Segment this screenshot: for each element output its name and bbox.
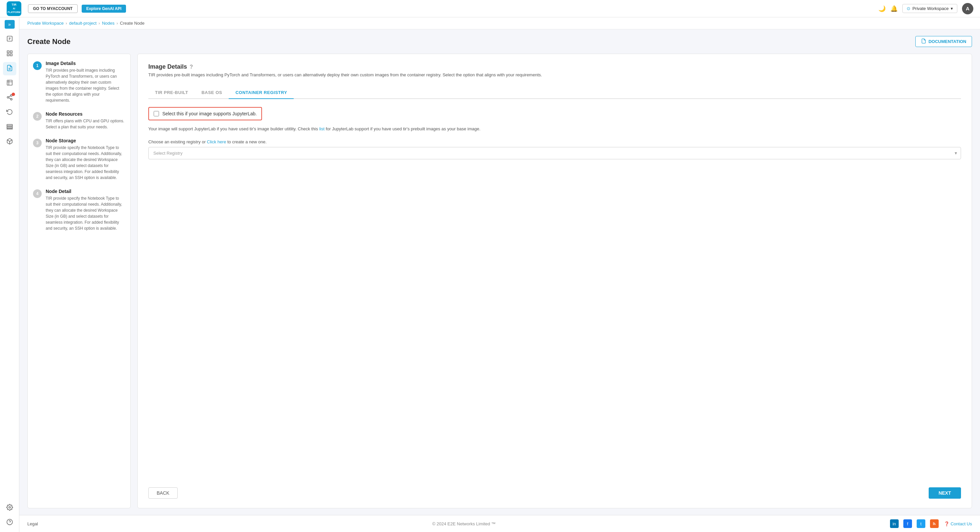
sidebar-item-refresh[interactable] (3, 106, 16, 119)
settings-icon (6, 504, 13, 512)
form-panel: Image Details ? TIR provides pre-built i… (137, 54, 972, 508)
facebook-icon[interactable]: f (903, 519, 912, 528)
jupyterlab-checkbox[interactable] (154, 111, 159, 116)
workspace-selector[interactable]: ⊙ Private Workspace ▾ (902, 4, 957, 13)
steps-panel: 1 Image Details TIR provides pre-built i… (27, 54, 130, 508)
breadcrumb-sep-3: › (117, 21, 118, 25)
sidebar-toggle[interactable]: » (5, 20, 15, 29)
genai-button[interactable]: Explore GenAI API (82, 5, 126, 13)
legal-link[interactable]: Legal (27, 521, 38, 526)
grid-icon (6, 50, 13, 58)
file-icon (6, 35, 13, 44)
notification-badge (12, 93, 15, 96)
documentation-button[interactable]: DOCUMENTATION (915, 36, 972, 47)
user-avatar[interactable]: A (962, 3, 973, 14)
top-navigation: TIRAI PLATFORM GO TO MYACCOUNT Explore G… (0, 0, 980, 18)
storage-icon (6, 123, 13, 132)
step-3: 3 Node Storage TIR provide specify the N… (33, 138, 125, 181)
step-4: 4 Node Detail TIR provide specify the No… (33, 189, 125, 231)
svg-line-11 (9, 98, 11, 99)
chevron-left-icon: » (8, 22, 11, 27)
jupyterlab-checkbox-row: Select this if your image supports Jupyt… (148, 107, 262, 120)
myaccount-button[interactable]: GO TO MYACCOUNT (28, 4, 78, 13)
registry-prompt: Choose an existing registry or Click her… (148, 139, 961, 144)
svg-rect-14 (7, 126, 12, 127)
sidebar-item-files[interactable] (3, 33, 16, 46)
step-1-content: Image Details TIR provides pre-built ima… (46, 61, 125, 104)
question-icon: ❓ (944, 521, 949, 526)
jupyterlab-checkbox-label: Select this if your image supports Jupyt… (162, 111, 257, 116)
sidebar-item-settings[interactable] (3, 501, 16, 514)
step-2-title: Node Resources (46, 111, 125, 117)
step-2-desc: TIR offers plans with CPU and GPU option… (46, 118, 125, 130)
page-title: Create Node (27, 37, 71, 46)
breadcrumb-current: Create Node (120, 21, 145, 25)
logo: TIRAI PLATFORM (7, 2, 21, 16)
svg-rect-3 (7, 54, 9, 56)
sidebar-item-nodes[interactable] (3, 62, 16, 75)
nodes-icon (6, 65, 13, 73)
svg-rect-1 (7, 51, 9, 53)
sidebar-item-table[interactable] (3, 76, 16, 90)
svg-point-10 (10, 98, 12, 100)
registry-select-wrapper: Select Registry ▾ (148, 147, 961, 159)
page-header: Create Node DOCUMENTATION (27, 36, 972, 47)
breadcrumb-project[interactable]: default-project (69, 21, 96, 25)
svg-rect-7 (7, 80, 12, 85)
help-circle-icon[interactable]: ? (190, 64, 193, 70)
sidebar-item-storage[interactable] (3, 121, 16, 134)
doc-icon (921, 38, 926, 45)
step-3-title: Node Storage (46, 138, 125, 143)
rss-icon[interactable] (930, 519, 939, 528)
step-1-number: 1 (33, 61, 42, 70)
jupyterlab-info: Your image will support JupyterLab if yo… (148, 126, 961, 133)
refresh-icon (6, 109, 13, 117)
step-1-title: Image Details (46, 61, 125, 66)
tab-container-registry[interactable]: CONTAINER REGISTRY (229, 87, 294, 99)
form-description: TIR provides pre-built images including … (148, 72, 961, 79)
table-icon (6, 79, 13, 88)
chevron-down-icon: ▾ (951, 6, 953, 11)
step-1-desc: TIR provides pre-built images including … (46, 67, 125, 104)
step-4-title: Node Detail (46, 189, 125, 194)
svg-line-12 (9, 96, 11, 97)
image-tabs: TIR PRE-BUILT BASE OS CONTAINER REGISTRY (148, 87, 961, 99)
notifications-icon[interactable]: 🔔 (890, 5, 898, 12)
breadcrumb-nodes[interactable]: Nodes (102, 21, 115, 25)
svg-rect-15 (7, 128, 12, 129)
tab-base-os[interactable]: BASE OS (195, 87, 229, 99)
step-4-desc: TIR provide specify the Notebook Type to… (46, 195, 125, 231)
breadcrumb-workspace[interactable]: Private Workspace (27, 21, 64, 25)
step-1: 1 Image Details TIR provides pre-built i… (33, 61, 125, 104)
back-button[interactable]: BACK (148, 487, 178, 499)
breadcrumb: Private Workspace › default-project › No… (19, 18, 980, 29)
svg-point-9 (7, 96, 9, 98)
step-2-number: 2 (33, 112, 42, 121)
main-content: Private Workspace › default-project › No… (19, 18, 980, 532)
workspace-label: Private Workspace (912, 6, 949, 11)
step-4-number: 4 (33, 190, 42, 198)
sidebar-item-pipelines[interactable] (3, 91, 16, 105)
click-here-link[interactable]: Click here (207, 139, 226, 144)
workspace-icon: ⊙ (907, 6, 910, 11)
sidebar: » (0, 18, 19, 532)
tab-tir-prebuilt[interactable]: TIR PRE-BUILT (148, 87, 195, 99)
registry-select[interactable]: Select Registry (148, 147, 961, 159)
logo-icon: TIRAI PLATFORM (7, 2, 21, 16)
next-button[interactable]: NEXT (929, 487, 961, 499)
breadcrumb-sep-2: › (99, 21, 100, 25)
help-icon (6, 519, 13, 527)
linkedin-icon[interactable]: in (890, 519, 899, 528)
twitter-icon[interactable]: t (917, 519, 925, 528)
list-link[interactable]: list (319, 126, 325, 131)
svg-rect-13 (7, 124, 12, 126)
package-icon (6, 138, 13, 147)
sidebar-item-packages[interactable] (3, 135, 16, 149)
darkmode-icon[interactable]: 🌙 (878, 5, 886, 12)
step-3-desc: TIR provide specify the Notebook Type to… (46, 145, 125, 181)
sidebar-item-help[interactable] (3, 516, 16, 529)
step-3-number: 3 (33, 139, 42, 147)
sidebar-item-grid[interactable] (3, 47, 16, 61)
form-title: Image Details ? (148, 63, 961, 70)
contact-us-link[interactable]: ❓ Contact Us (944, 521, 972, 526)
